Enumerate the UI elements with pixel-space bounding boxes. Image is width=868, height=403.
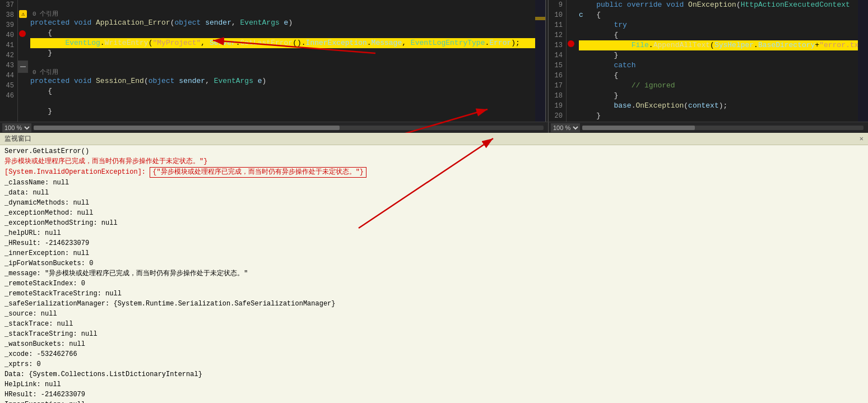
line-num-39: 39: [0, 20, 14, 30]
line-num-46: 46: [0, 91, 14, 101]
watch-line-10: _HResult: -2146233079: [4, 238, 864, 248]
right-zoom-select[interactable]: 100 %: [551, 123, 580, 132]
watch-line-21: _xcode: -532462766: [4, 349, 864, 359]
code-line-37: [30, 0, 535, 10]
code-line-43: protected void Session_End(object sender…: [30, 76, 535, 86]
watch-line-14: _remoteStackIndex: 0: [4, 279, 864, 289]
watch-line-20: _watsonBuckets: null: [4, 339, 864, 349]
watch-line-8: _exceptionMethodString: null: [4, 218, 864, 228]
watch-line-16: _safeSerializationManager: {System.Runti…: [4, 299, 864, 309]
line-num-43: 43: [0, 61, 14, 71]
watch-line-19: _stackTraceString: null: [4, 329, 864, 339]
watch-line-3: [System.InvalidOperationException]: {"异步…: [4, 166, 864, 178]
right-code-content: public override void OnException(HttpAct…: [577, 0, 858, 122]
right-line-numbers: 9 10 11 12 13 14 15 16 17 18 19 20: [549, 0, 567, 122]
line-num-45: 45: [0, 81, 14, 91]
watch-line-7: _exceptionMethod: null: [4, 208, 864, 218]
code-line-38: protected void Application_Error(object …: [30, 18, 535, 28]
main-container: 37 38 39 40 41 42 43 44 45 46 ⚠: [0, 0, 868, 403]
right-line-12: {: [579, 30, 858, 40]
watch-line-15: _remoteStackTraceString: null: [4, 289, 864, 299]
right-line-11: try: [579, 20, 858, 30]
breakpoint-icon: [19, 30, 26, 37]
watch-line-17: _source: null: [4, 309, 864, 319]
left-code-panel: 37 38 39 40 41 42 43 44 45 46 ⚠: [0, 0, 545, 122]
left-zoom-select[interactable]: 100 %: [2, 123, 31, 132]
right-zoom-area: 100 %: [549, 122, 868, 133]
code-line-41: }: [30, 48, 535, 58]
watch-line-12: _ipForWatsonBuckets: 0: [4, 258, 864, 268]
ref-count-1: 0 个引用: [30, 10, 535, 18]
watch-line-13: _message: "异步模块或处理程序已完成，而当时仍有异步操作处于未定状态。…: [4, 268, 864, 279]
zoom-row: 100 % 100 %: [0, 122, 868, 133]
watch-line-5: _data: null: [4, 188, 864, 198]
right-line-18: }: [579, 91, 858, 101]
left-scrollbar[interactable]: [34, 126, 544, 130]
left-gutter: ⚠: [18, 0, 28, 122]
right-minimap: [858, 0, 868, 122]
watch-line-26: InnerException: null: [4, 400, 864, 403]
code-line-45: [30, 96, 535, 106]
code-line-46: }: [30, 106, 535, 117]
watch-line-4: _className: null: [4, 178, 864, 188]
right-line-16: {: [579, 71, 858, 81]
code-line-42: [30, 58, 535, 68]
watch-line-23: Data: {System.Collections.ListDictionary…: [4, 369, 864, 379]
warning-icon: ⚠: [19, 10, 27, 18]
line-num-40: 40: [0, 30, 14, 40]
watch-line-25: HResult: -2146233079: [4, 390, 864, 400]
code-line-40: EventLog.WriteEntry("MyProject", Server.…: [30, 38, 535, 48]
watch-line-1: Server.GetLastError(): [4, 146, 864, 156]
code-line-39: {: [30, 28, 535, 38]
right-line-14: }: [579, 50, 858, 61]
watch-line-11: _innerException: null: [4, 248, 864, 258]
watch-line-2: 异步模块或处理程序已完成，而当时仍有异步操作处于未定状态。"}: [4, 156, 864, 166]
ref-count-2: 0 个引用: [30, 68, 535, 76]
line-num-44: 44: [0, 71, 14, 81]
watch-line-18: _stackTrace: null: [4, 319, 864, 329]
right-line-10: {: [579, 10, 858, 20]
left-code-content: 0 个引用 protected void Application_Error(o…: [28, 0, 535, 122]
line-num-37: 37: [0, 0, 14, 10]
right-line-15: catch: [579, 61, 858, 71]
right-breakpoint-icon: [568, 40, 574, 47]
line-num-42: 42: [0, 50, 14, 61]
watch-line-22: _xptrs: 0: [4, 359, 864, 369]
watch-close-button[interactable]: ✕: [860, 135, 864, 143]
right-line-19: base.OnException(context);: [579, 101, 858, 111]
watch-header: 监视窗口 ✕: [0, 133, 868, 145]
watch-title: 监视窗口: [4, 134, 31, 143]
left-line-numbers: 37 38 39 40 41 42 43 44 45 46: [0, 0, 18, 122]
line-num-38: 38: [0, 10, 14, 20]
right-code-panel: 9 10 11 12 13 14 15 16 17 18 19 20: [549, 0, 868, 122]
left-minimap: [535, 0, 545, 122]
watch-line-6: _dynamicMethods: null: [4, 198, 864, 208]
right-line-9: public override void OnException(HttpAct…: [579, 0, 858, 10]
watch-content[interactable]: Server.GetLastError() 异步模块或处理程序已完成，而当时仍有…: [0, 145, 868, 403]
watch-line-9: _helpURL: null: [4, 228, 864, 238]
watch-line-24: HelpLink: null: [4, 379, 864, 390]
right-line-17: // ignored: [579, 81, 858, 91]
right-gutter: [567, 0, 577, 122]
right-line-13: File.AppendAllText(SysHelper.BaseDirecto…: [579, 40, 858, 50]
right-scrollbar[interactable]: [582, 126, 864, 130]
left-zoom-area: 100 %: [0, 122, 549, 133]
code-line-44: {: [30, 86, 535, 96]
line-num-41: 41: [0, 40, 14, 50]
watch-panel: 监视窗口 ✕ Server.GetLastError() 异步模块或处理程序已完…: [0, 133, 868, 403]
right-line-20: }: [579, 111, 858, 121]
minimap-handle[interactable]: [18, 61, 28, 73]
